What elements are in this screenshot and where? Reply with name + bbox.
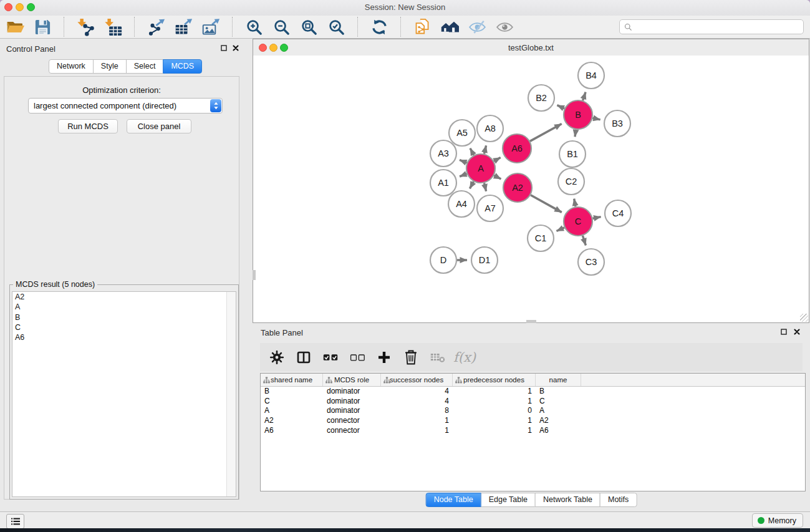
float-panel-icon[interactable] [220, 44, 228, 52]
export-table-icon[interactable] [173, 17, 194, 37]
tab-mcds[interactable]: MCDS [163, 59, 202, 74]
graph-edge-A-A6[interactable] [494, 158, 501, 162]
table-row[interactable]: A2connector11A2 [261, 416, 805, 426]
graph-edge-B-B1[interactable] [575, 130, 576, 137]
memory-button[interactable]: Memory [752, 513, 803, 528]
close-panel-button[interactable]: Close panel [127, 119, 191, 133]
close-panel-icon[interactable] [232, 44, 239, 52]
graph-edge-A-A7[interactable] [485, 183, 486, 191]
duplicate-network-icon[interactable] [412, 17, 433, 37]
graph-node-B4[interactable]: B4 [578, 62, 604, 89]
tab-edge-table[interactable]: Edge Table [481, 493, 536, 507]
zoom-selected-icon[interactable] [326, 17, 347, 37]
search-input[interactable] [635, 22, 799, 32]
graph-node-A2[interactable]: A2 [503, 173, 532, 202]
graph-node-A6[interactable]: A6 [503, 134, 531, 163]
open-session-icon[interactable] [5, 17, 26, 37]
column-header-successor-nodes[interactable]: successor nodes [381, 374, 453, 386]
deselect-all-icon[interactable] [349, 349, 365, 366]
criterion-select[interactable]: largest connected component (directed) [28, 98, 223, 114]
column-header-shared-name[interactable]: shared name [261, 374, 323, 386]
graph-edge-B-B2[interactable] [557, 105, 565, 109]
graph-node-C[interactable]: C [564, 207, 592, 236]
mcds-result-item[interactable]: A [12, 302, 236, 312]
tab-motifs[interactable]: Motifs [600, 493, 637, 507]
delete-column-icon[interactable] [403, 349, 419, 366]
graph-node-C3[interactable]: C3 [578, 249, 604, 275]
column-header-name[interactable]: name [536, 374, 581, 386]
graph-edge-A2-C[interactable] [531, 195, 562, 213]
gear-icon[interactable] [269, 349, 285, 366]
column-header-predecessor-nodes[interactable]: predecessor nodes [453, 374, 536, 386]
graph-node-D[interactable]: D [430, 247, 456, 273]
graph-edge-C-C1[interactable] [557, 228, 565, 231]
table-row[interactable]: Cdominator41C [261, 397, 805, 407]
graph-edge-B-B4[interactable] [583, 92, 586, 101]
graph-node-C1[interactable]: C1 [528, 225, 554, 251]
mcds-result-item[interactable]: A2 [12, 292, 236, 302]
save-session-icon[interactable] [32, 17, 53, 37]
close-table-panel-icon[interactable] [793, 328, 801, 336]
graph-node-B1[interactable]: B1 [559, 141, 586, 167]
float-table-panel-icon[interactable] [780, 328, 788, 336]
table-row[interactable]: Bdominator41B [261, 387, 805, 397]
graph-node-B[interactable]: B [564, 100, 592, 129]
task-history-button[interactable] [6, 514, 24, 529]
graph-node-C2[interactable]: C2 [558, 168, 584, 195]
tab-network-table[interactable]: Network Table [535, 493, 600, 507]
status-bar: Memory [0, 511, 810, 528]
network-canvas[interactable]: A5A8A3A1A4A7AA6A2B2B4BB3B1C2CC4C1C3DD1 [253, 56, 809, 322]
graph-edge-A-A8[interactable] [485, 145, 486, 153]
graph-node-A1[interactable]: A1 [430, 170, 456, 196]
hide-selected-icon[interactable] [467, 17, 488, 37]
graph-edge-A6-B[interactable] [530, 124, 562, 142]
select-all-icon[interactable] [322, 349, 339, 366]
column-header-MCDS-role[interactable]: MCDS role [323, 374, 381, 386]
graph-node-A4[interactable]: A4 [448, 191, 475, 217]
table-row[interactable]: Adominator80A [261, 406, 805, 416]
scrollbar-track[interactable] [226, 292, 236, 496]
tab-node-table[interactable]: Node Table [426, 493, 481, 507]
show-all-icon[interactable] [494, 17, 515, 37]
import-table-icon[interactable] [103, 17, 123, 37]
graph-node-B2[interactable]: B2 [528, 85, 554, 111]
mcds-result-item[interactable]: A6 [12, 332, 236, 342]
export-image-icon[interactable] [201, 17, 221, 37]
graph-node-B3[interactable]: B3 [604, 110, 630, 137]
column-view-icon[interactable] [296, 349, 312, 366]
graph-node-A3[interactable]: A3 [430, 140, 456, 167]
run-mcds-button[interactable]: Run MCDS [58, 119, 118, 133]
table-row[interactable]: A6connector11A6 [261, 426, 805, 436]
export-network-icon[interactable] [146, 17, 166, 37]
tab-select[interactable]: Select [126, 59, 164, 74]
zoom-out-icon[interactable] [271, 17, 292, 37]
graph-node-C4[interactable]: C4 [605, 200, 631, 226]
tab-style[interactable]: Style [93, 59, 127, 74]
graph-edge-A-A1[interactable] [460, 174, 467, 177]
graph-edge-C-C2[interactable] [574, 199, 576, 207]
graph-node-A[interactable]: A [466, 154, 495, 183]
tab-network[interactable]: Network [49, 59, 94, 74]
graph-edge-C-C4[interactable] [593, 217, 601, 219]
add-column-icon[interactable] [376, 349, 392, 366]
first-neighbors-icon[interactable] [440, 17, 460, 37]
zoom-in-icon[interactable] [244, 17, 264, 37]
graph-node-A5[interactable]: A5 [449, 120, 475, 146]
graph-edge-C-C3[interactable] [582, 236, 586, 246]
graph-node-A8[interactable]: A8 [477, 115, 503, 142]
mcds-result-item[interactable]: B [12, 312, 236, 322]
graph-edge-A-A3[interactable] [460, 160, 467, 163]
graph-node-D1[interactable]: D1 [471, 247, 498, 273]
graph-edge-A-A5[interactable] [470, 148, 474, 155]
zoom-fit-icon[interactable] [299, 17, 319, 37]
graph-edge-B-B3[interactable] [592, 118, 600, 120]
graph-edge-A-A2[interactable] [494, 175, 501, 179]
mcds-result-item[interactable]: C [12, 322, 236, 332]
refresh-icon[interactable] [369, 17, 390, 37]
import-network-icon[interactable] [75, 17, 96, 37]
resize-grip-icon[interactable] [800, 314, 808, 322]
graph-node-A7[interactable]: A7 [477, 195, 503, 221]
column-header-label: shared name [271, 376, 312, 384]
graph-edge-A-A4[interactable] [470, 181, 473, 188]
titlebar: Session: New Session [0, 0, 810, 16]
